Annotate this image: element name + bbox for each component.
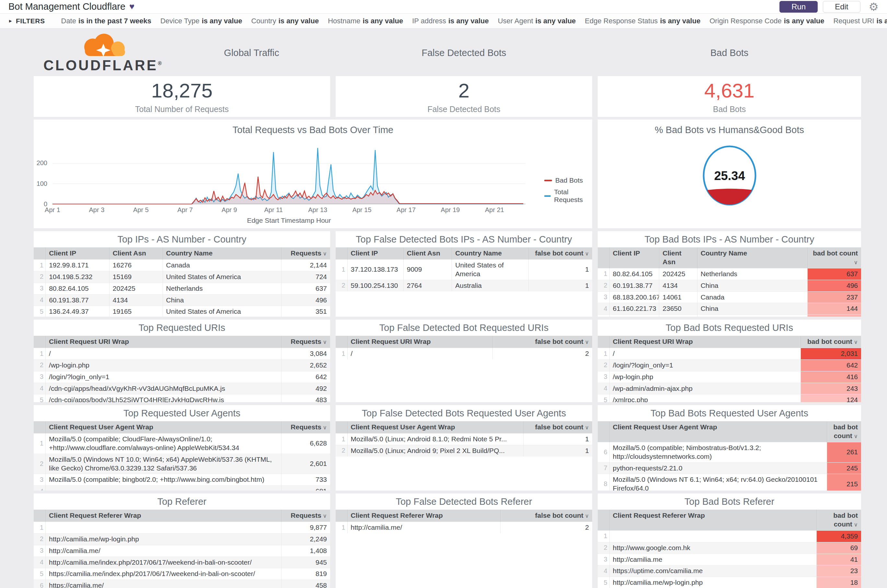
column-header[interactable]: Client Request Referer Wrap: [46, 510, 281, 522]
table-cell: 1: [523, 445, 592, 456]
run-button[interactable]: Run: [779, 1, 818, 13]
row-index-header: [34, 248, 46, 260]
table-cell: /: [46, 348, 281, 359]
table-cell: China: [162, 294, 281, 306]
filter-item[interactable]: IP addressis any value: [412, 17, 489, 25]
table-cell: 37.120.138.173: [347, 260, 403, 280]
line-chart-svg: [53, 143, 525, 204]
filter-item[interactable]: Origin Response Codeis any value: [710, 17, 824, 25]
table-cell: http://camilia.me/: [46, 545, 281, 556]
column-header[interactable]: false bot count ∨: [523, 421, 592, 433]
row-index: 2: [34, 454, 46, 474]
filter-item[interactable]: Hostnameis any value: [328, 17, 403, 25]
column-header[interactable]: Client Asn: [403, 248, 452, 260]
y-axis-labels: 0100200: [34, 143, 50, 204]
edit-button[interactable]: Edit: [823, 1, 860, 13]
row-index-header: [598, 248, 609, 268]
x-tick-label: Apr 19: [441, 206, 460, 214]
table-cell: 1: [528, 260, 592, 280]
column-header[interactable]: Client Request URI Wrap: [347, 336, 493, 348]
table-card-false-uris: Top False Detected Bot Requested URIs Cl…: [335, 320, 592, 402]
table-cell: [46, 522, 281, 533]
table-cell: http://camilia.me/index.php/2017/06/17/w…: [46, 556, 281, 568]
column-header[interactable]: Requests ∨: [281, 510, 330, 522]
column-header[interactable]: Client IP: [347, 248, 403, 260]
gear-icon[interactable]: ⚙: [869, 1, 879, 12]
section-title-global-traffic: Global Traffic: [224, 48, 279, 58]
sort-caret-icon: ∨: [852, 522, 858, 528]
data-table: Client Request Referer Wrapbad bot count…: [598, 510, 861, 588]
table-cell: 9,877: [281, 522, 330, 533]
sort-caret-icon: ∨: [583, 339, 589, 345]
table-cell: 416: [801, 371, 861, 383]
filter-item[interactable]: Request URIis any value: [833, 17, 887, 25]
table-card-false-ips: Top False Detected Bots IPs - AS Number …: [335, 231, 592, 316]
column-header[interactable]: Country Name: [162, 248, 281, 260]
table-row: 1/2: [335, 348, 592, 359]
table-cell: 104.198.5.232: [46, 271, 110, 283]
sort-caret-icon: ∨: [321, 513, 327, 519]
filter-item[interactable]: Dateis in the past 7 weeks: [61, 17, 151, 25]
column-header[interactable]: Client Asn: [109, 248, 162, 260]
table-cell: 23: [816, 566, 861, 577]
filters-toggle[interactable]: ▸ FILTERS: [9, 17, 45, 25]
table-row: 1192.99.8.17116276Canada2,144: [34, 260, 330, 271]
column-header[interactable]: Client Request URI Wrap: [46, 336, 281, 348]
sort-caret-icon: ∨: [583, 424, 589, 430]
filter-item[interactable]: User Agentis any value: [498, 17, 576, 25]
table-cell: [697, 315, 807, 316]
table-cell: 18: [816, 577, 861, 588]
table-cell: 819: [281, 568, 330, 580]
table-cell: [609, 315, 659, 316]
column-header[interactable]: Country Name: [452, 248, 528, 260]
table-row: 19,877: [34, 522, 330, 533]
table-row: 3/wp-login.php416: [598, 371, 861, 383]
row-index: 1: [598, 268, 609, 280]
filter-item[interactable]: Device Typeis any value: [160, 17, 242, 25]
legend-item[interactable]: Total Requests: [544, 188, 592, 204]
table-row: 6Mozilla/5.0 (compatible; Nimbostratus-B…: [598, 442, 861, 462]
column-header[interactable]: Client Request User Agent Wrap: [46, 421, 281, 433]
table-row: 2http://www.google.com.hk69: [598, 542, 861, 554]
column-header[interactable]: false bot count ∨: [501, 510, 592, 522]
column-header[interactable]: Client Request Referer Wrap: [609, 510, 816, 530]
column-header[interactable]: Client Request URI Wrap: [609, 336, 801, 348]
column-header[interactable]: Client Request Referer Wrap: [347, 510, 501, 522]
row-index: 3: [34, 545, 46, 556]
column-header[interactable]: Requests ∨: [281, 421, 330, 433]
chart-legend: Bad BotsTotal Requests: [544, 177, 592, 207]
filter-item[interactable]: Edge Response Statusis any value: [585, 17, 701, 25]
table-cell: United States of America: [162, 306, 281, 316]
row-index: 8: [598, 474, 609, 490]
table-cell: 202425: [109, 283, 162, 294]
column-header[interactable]: Client Asn: [659, 248, 697, 268]
table-cell: United States of America: [452, 260, 528, 280]
column-header[interactable]: Client Request User Agent Wrap: [347, 421, 523, 433]
x-tick-label: Apr 11: [265, 206, 283, 214]
table-cell: 61.160.221.73: [609, 303, 659, 315]
column-header[interactable]: bad bot count ∨: [827, 421, 861, 442]
cloudflare-logo: CLOUDFLARE®: [34, 32, 173, 74]
heart-icon: ♥: [129, 2, 134, 12]
column-header[interactable]: false bot count ∨: [493, 336, 592, 348]
column-header[interactable]: bad bot count ∨: [816, 510, 861, 530]
row-index: 6: [34, 580, 46, 588]
table-cell: [659, 315, 697, 316]
table-cell: 2,652: [281, 359, 330, 371]
column-header[interactable]: Client IP: [609, 248, 659, 268]
table-cell: Mozilla/5.0 (compatible; Nimbostratus-Bo…: [609, 442, 827, 462]
column-header[interactable]: Requests ∨: [281, 248, 330, 260]
column-header[interactable]: Client Request User Agent Wrap: [609, 421, 827, 442]
table-row: 4/cdn-cgi/apps/head/xVgyKhR-vV3dAUGhMqfB…: [34, 383, 330, 394]
table-title: Top IPs - AS Number - Country: [34, 231, 330, 248]
column-header[interactable]: bad bot count ∨: [801, 336, 861, 348]
column-header[interactable]: Requests ∨: [281, 336, 330, 348]
column-header[interactable]: Client IP: [46, 248, 110, 260]
filter-item[interactable]: Countryis any value: [251, 17, 319, 25]
column-header[interactable]: bad bot count ∨: [807, 248, 861, 268]
legend-label: Total Requests: [554, 188, 592, 204]
column-header[interactable]: Country Name: [697, 248, 807, 268]
column-header[interactable]: false bot count ∨: [528, 248, 592, 260]
legend-item[interactable]: Bad Bots: [544, 177, 592, 184]
table-title: Top Bad Bots Requested URIs: [598, 320, 861, 336]
